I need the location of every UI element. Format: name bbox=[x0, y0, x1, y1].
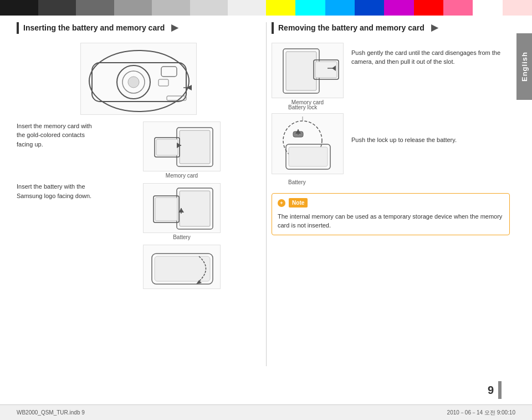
svg-rect-28 bbox=[315, 62, 337, 78]
battery-label-left: Battery bbox=[173, 234, 191, 240]
swatch-mid-gray bbox=[114, 0, 152, 16]
english-tab: English bbox=[516, 33, 532, 100]
color-bar-left bbox=[0, 0, 266, 16]
svg-rect-6 bbox=[158, 79, 168, 86]
left-illustration-column: Memory card Battery bbox=[103, 122, 260, 289]
left-insert-content: Insert the memory card with the gold-col… bbox=[17, 122, 260, 289]
swatch-light-pink bbox=[503, 0, 532, 16]
memory-remove-row: Memory card Push gently the card until t… bbox=[272, 43, 510, 105]
page-number-area: 9 bbox=[488, 381, 502, 399]
swatch-blue bbox=[355, 0, 384, 16]
left-text-column: Insert the memory card with the gold-col… bbox=[17, 122, 94, 289]
swatch-black bbox=[0, 0, 38, 16]
battery-lock-wrapper: Battery lock Battery bbox=[272, 113, 344, 176]
insert-memory-text: Insert the memory card with the gold-col… bbox=[17, 122, 94, 149]
swatch-yellow bbox=[266, 0, 295, 16]
color-bar bbox=[0, 0, 532, 16]
swatch-red bbox=[414, 0, 443, 16]
svg-rect-34 bbox=[289, 147, 328, 166]
swatch-lighter-gray bbox=[190, 0, 228, 16]
right-title-arrow: ▶ bbox=[431, 22, 438, 34]
battery-remove-text-area: Push the lock up to release the battery. bbox=[351, 135, 510, 145]
memory-card-remove-illus-area: Memory card bbox=[272, 43, 344, 105]
left-title-arrow: ▶ bbox=[171, 22, 178, 34]
battery-remove-row: Battery lock Battery Push the lock up to… bbox=[272, 113, 510, 176]
footer-left: WB2000_QSM_TUR.indb 9 bbox=[17, 409, 85, 416]
battery-insert-area: Battery bbox=[143, 183, 221, 240]
svg-rect-26 bbox=[286, 52, 316, 90]
swatch-near-white bbox=[228, 0, 266, 16]
svg-rect-5 bbox=[161, 67, 177, 77]
camera-illustration bbox=[80, 43, 197, 115]
memory-remove-text: Push gently the card until the card dise… bbox=[351, 48, 510, 67]
center-divider bbox=[266, 22, 267, 366]
svg-rect-11 bbox=[180, 130, 210, 164]
note-label: Note bbox=[289, 198, 308, 208]
footer: WB2000_QSM_TUR.indb 9 2010－06－14 오전 9:00… bbox=[0, 404, 532, 420]
battery-lock-illustration bbox=[272, 113, 344, 174]
memory-card-insert-area: Memory card bbox=[143, 122, 221, 179]
svg-point-4 bbox=[128, 77, 139, 88]
page-number-bar bbox=[498, 381, 502, 399]
memory-card-remove-illustration bbox=[272, 43, 344, 98]
camera-close-illustration bbox=[143, 245, 221, 289]
color-bar-right bbox=[266, 0, 532, 16]
right-section: Removing the battery and memory card ▶ M… bbox=[272, 22, 510, 235]
swatch-cyan bbox=[295, 0, 325, 16]
swatch-light-gray2 bbox=[152, 0, 190, 16]
battery-label-right: Battery bbox=[288, 179, 306, 185]
swatch-pink bbox=[443, 0, 473, 16]
battery-lock-illus-area: Battery lock Battery bbox=[272, 113, 344, 176]
svg-rect-19 bbox=[155, 198, 177, 221]
swatch-dark-gray bbox=[38, 0, 76, 16]
swatch-magenta bbox=[384, 0, 413, 16]
battery-remove-text: Push the lock up to release the battery. bbox=[351, 135, 510, 145]
swatch-sky-blue bbox=[325, 0, 355, 16]
right-section-title: Removing the battery and memory card ▶ bbox=[272, 22, 510, 34]
left-section-title: Inserting the battery and memory card ▶ bbox=[17, 22, 260, 34]
left-section: Inserting the battery and memory card ▶ … bbox=[17, 22, 260, 289]
footer-right: 2010－06－14 오전 9:00:10 bbox=[447, 409, 515, 417]
note-text: The internal memory can be used as a tem… bbox=[278, 212, 504, 230]
note-icon: + bbox=[278, 199, 285, 207]
svg-rect-17 bbox=[180, 191, 210, 226]
battery-insert-illustration bbox=[143, 183, 221, 233]
swatch-white bbox=[473, 0, 502, 16]
memory-remove-text-area: Push gently the card until the card dise… bbox=[351, 43, 510, 67]
memory-card-insert-illustration bbox=[143, 122, 221, 171]
svg-rect-23 bbox=[155, 256, 210, 281]
page-number: 9 bbox=[488, 384, 494, 397]
insert-battery-text: Insert the battery with the Samsung logo… bbox=[17, 182, 94, 200]
battery-lock-label: Battery lock bbox=[288, 104, 317, 110]
swatch-gray bbox=[76, 0, 114, 16]
memory-card-label: Memory card bbox=[166, 173, 198, 179]
note-box: + Note The internal memory can be used a… bbox=[272, 193, 510, 235]
svg-rect-13 bbox=[156, 139, 178, 155]
